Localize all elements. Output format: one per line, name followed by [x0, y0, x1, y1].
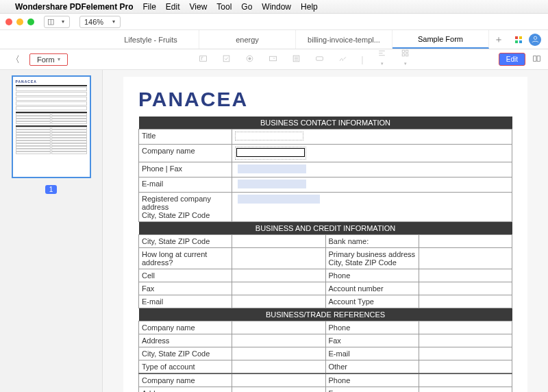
add-tab-button[interactable]: ＋ — [489, 30, 508, 49]
form-field[interactable] — [419, 347, 512, 360]
more-tools-icon[interactable]: ▾ — [401, 49, 410, 70]
button-tool-icon[interactable] — [314, 54, 324, 65]
menu-go[interactable]: Go — [241, 2, 252, 12]
menu-edit[interactable]: Edit — [166, 2, 180, 12]
svg-rect-13 — [537, 56, 540, 61]
app-grid-icon[interactable] — [515, 36, 522, 43]
close-window-button[interactable] — [5, 19, 12, 25]
form-table: BUSINESS CONTACT INFORMATION Title Compa… — [138, 117, 512, 392]
pdf-page: PANACEA BUSINESS CONTACT INFORMATION Tit… — [123, 77, 527, 392]
user-avatar-icon[interactable] — [529, 34, 541, 46]
tab-billing[interactable]: billing-invoice-templ... — [296, 30, 393, 49]
form-field[interactable] — [232, 295, 325, 308]
chevron-down-icon: ▾ — [58, 56, 60, 62]
form-field[interactable] — [232, 347, 325, 360]
field-label: Phone | Fax — [139, 162, 232, 177]
page-panel-toggle-icon[interactable] — [532, 54, 541, 65]
form-field[interactable] — [419, 269, 512, 282]
tab-sample-form[interactable]: Sample Form — [393, 30, 489, 49]
form-field[interactable] — [419, 321, 512, 334]
field-label: How long at current address? — [139, 248, 232, 269]
svg-rect-1 — [199, 56, 206, 61]
form-field-phone-fax[interactable] — [232, 162, 512, 177]
form-field[interactable] — [232, 373, 325, 387]
svg-rect-10 — [402, 54, 404, 56]
back-button[interactable]: 〈 — [7, 52, 24, 67]
field-label: Fax — [325, 387, 419, 393]
text-field-tool-icon[interactable] — [198, 54, 208, 65]
menu-file[interactable]: File — [143, 2, 156, 12]
field-label: City, State ZIP Code — [139, 347, 232, 360]
form-field[interactable] — [232, 235, 325, 248]
form-field-title[interactable] — [232, 130, 512, 145]
form-field[interactable] — [419, 295, 512, 308]
menu-help[interactable]: Help — [301, 2, 318, 12]
field-label: E-mail — [325, 347, 419, 360]
app-name[interactable]: Wondershare PDFelement Pro — [15, 2, 134, 12]
form-field[interactable] — [419, 387, 512, 393]
chevron-down-icon[interactable]: ▾ — [57, 19, 69, 25]
radio-tool-icon[interactable] — [245, 54, 254, 65]
minimize-window-button[interactable] — [16, 19, 23, 25]
zoom-value: 146% — [80, 18, 108, 26]
field-label: Fax — [139, 282, 232, 295]
form-field[interactable] — [232, 334, 325, 347]
mac-menubar: Wondershare PDFelement Pro File Edit Vie… — [0, 0, 548, 14]
form-field[interactable] — [419, 360, 512, 374]
form-field[interactable] — [232, 282, 325, 295]
zoom-control[interactable]: ◫ ▾ — [44, 16, 70, 28]
page-thumbnail-1[interactable]: PANACEA — [12, 75, 91, 178]
align-tool-icon[interactable]: ▾ — [377, 49, 387, 70]
form-dropdown[interactable]: Form ▾ — [29, 53, 68, 66]
svg-rect-8 — [402, 50, 404, 52]
form-field[interactable] — [232, 248, 325, 269]
tab-energy[interactable]: energy — [199, 30, 296, 49]
form-field-company-name[interactable] — [232, 145, 512, 162]
workspace: PANACEA 1 — [0, 70, 548, 392]
sidebar-toggle-icon[interactable]: ◫ — [45, 17, 57, 26]
form-dropdown-label: Form — [37, 56, 55, 64]
form-field[interactable] — [232, 387, 325, 393]
combobox-tool-icon[interactable] — [268, 54, 277, 65]
field-label: Cell — [139, 269, 232, 282]
zoom-level[interactable]: 146% ▾ — [79, 16, 121, 28]
tab-label: energy — [236, 36, 259, 44]
window-titlebar: ◫ ▾ 146% ▾ — [0, 14, 548, 30]
section-header-contact: BUSINESS CONTACT INFORMATION — [139, 117, 512, 130]
menu-tool[interactable]: Tool — [216, 2, 232, 12]
checkbox-tool-icon[interactable] — [221, 54, 231, 65]
form-field[interactable] — [232, 321, 325, 334]
thumbnail-page-number: 1 — [45, 185, 58, 194]
field-label: Address — [139, 334, 232, 347]
field-label: Bank name: — [325, 235, 419, 248]
svg-rect-5 — [269, 56, 276, 61]
form-field[interactable] — [232, 269, 325, 282]
chevron-down-icon[interactable]: ▾ — [108, 19, 120, 25]
svg-rect-9 — [406, 50, 408, 52]
form-field[interactable] — [419, 248, 512, 269]
form-field-address[interactable] — [232, 193, 512, 222]
listbox-tool-icon[interactable] — [291, 54, 301, 65]
field-label: Phone — [325, 269, 419, 282]
form-field[interactable] — [232, 360, 325, 374]
form-field[interactable] — [419, 334, 512, 347]
field-label: Fax — [325, 334, 419, 347]
edit-button[interactable]: Edit — [499, 53, 525, 66]
toolbar: 〈 Form ▾ | ▾ ▾ Edit — [0, 49, 548, 70]
form-field[interactable] — [419, 235, 512, 248]
field-label: Type of account — [139, 360, 232, 374]
section-header-references: BUSINESS/TRADE REFERENCES — [139, 308, 512, 321]
field-label: E-mail — [139, 177, 232, 193]
form-field[interactable] — [419, 282, 512, 295]
section-header-credit: BUSINESS AND CREDIT INFORMATION — [139, 222, 512, 235]
signature-tool-icon[interactable] — [338, 54, 347, 65]
zoom-window-button[interactable] — [27, 19, 34, 25]
document-viewport[interactable]: PANACEA BUSINESS CONTACT INFORMATION Tit… — [103, 70, 548, 392]
menu-window[interactable]: Window — [262, 2, 291, 12]
form-field-email[interactable] — [232, 177, 512, 193]
field-label: Company name — [139, 321, 232, 334]
tab-lifestyle[interactable]: Lifestyle - Fruits — [103, 30, 199, 49]
form-field[interactable] — [419, 373, 512, 387]
field-label: Phone — [325, 373, 419, 387]
menu-view[interactable]: View — [190, 2, 208, 12]
